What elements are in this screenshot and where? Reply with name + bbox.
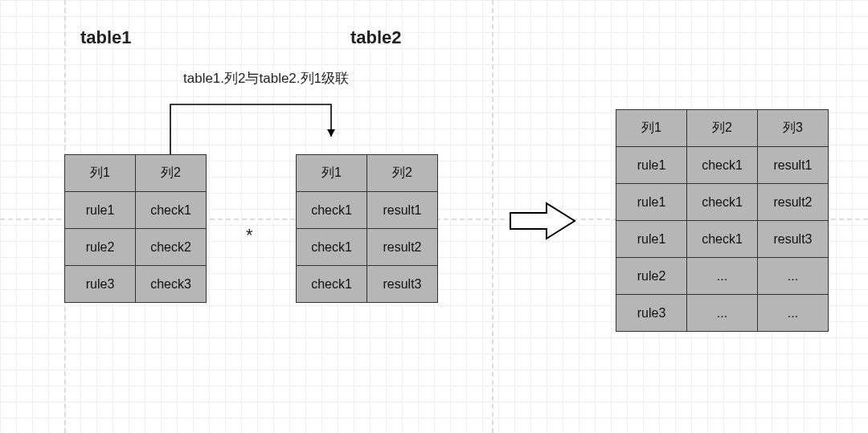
table-cell: check1: [687, 184, 758, 221]
table-cell: result2: [758, 184, 829, 221]
table-header-cell: 列2: [136, 155, 207, 192]
table-cell: rule1: [616, 184, 687, 221]
table-cell: rule3: [65, 266, 136, 303]
table-cell: ...: [687, 258, 758, 295]
table-header-cell: 列1: [297, 155, 367, 192]
table-cell: rule2: [65, 229, 136, 266]
table-cell: rule1: [616, 147, 687, 184]
table-cell: check1: [687, 221, 758, 258]
result-arrow-icon: [506, 201, 579, 241]
table1: 列1列2rule1check1rule2check2rule3check3: [64, 154, 207, 303]
table-cell: check2: [136, 229, 207, 266]
table-cell: result3: [367, 266, 438, 303]
table-cell: ...: [758, 295, 829, 332]
table-cell: ...: [758, 258, 829, 295]
table-header-cell: 列1: [65, 155, 136, 192]
table-header-cell: 列2: [687, 110, 758, 147]
table-cell: rule3: [616, 295, 687, 332]
result-table: 列1列2列3rule1check1result1rule1check1resul…: [616, 109, 829, 332]
table-header-cell: 列3: [758, 110, 829, 147]
table-cell: result1: [367, 192, 438, 229]
table2: 列1列2check1result1check1result2check1resu…: [296, 154, 438, 303]
cross-operator: *: [246, 225, 253, 246]
table-cell: check1: [136, 192, 207, 229]
table-header-cell: 列1: [616, 110, 687, 147]
table-cell: check1: [687, 147, 758, 184]
table-cell: rule1: [65, 192, 136, 229]
table-cell: check1: [297, 192, 367, 229]
table-cell: result2: [367, 229, 438, 266]
table-cell: rule1: [616, 221, 687, 258]
table-cell: ...: [687, 295, 758, 332]
table-header-cell: 列2: [367, 155, 438, 192]
table-cell: check1: [297, 266, 367, 303]
table-cell: check1: [297, 229, 367, 266]
table-cell: result1: [758, 147, 829, 184]
table-cell: result3: [758, 221, 829, 258]
table-cell: check3: [136, 266, 207, 303]
table-cell: rule2: [616, 258, 687, 295]
